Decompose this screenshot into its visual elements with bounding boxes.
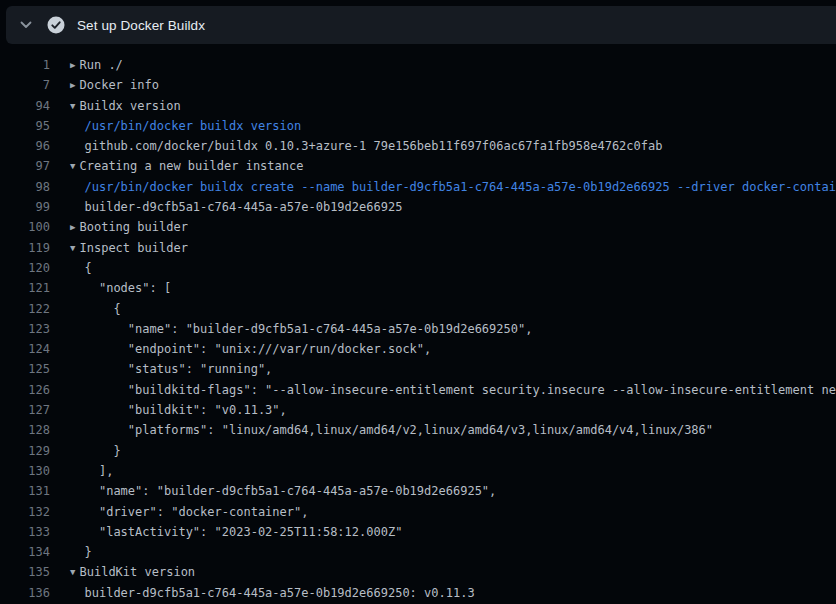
- group-expanded-icon[interactable]: ▼: [70, 562, 80, 582]
- group-collapsed-icon[interactable]: ▶: [70, 217, 80, 237]
- check-circle-icon: [47, 16, 65, 34]
- line-number[interactable]: 124: [0, 339, 50, 359]
- group-title[interactable]: Booting builder: [80, 220, 188, 234]
- line-number[interactable]: 99: [0, 197, 50, 217]
- group-collapsed-icon[interactable]: ▶: [70, 75, 80, 95]
- log-line[interactable]: 119▼Inspect builder: [0, 238, 836, 258]
- output-text: "status": "running",: [70, 362, 272, 376]
- command-text: /usr/bin/docker buildx create --name bui…: [70, 180, 836, 194]
- line-number[interactable]: 123: [0, 319, 50, 339]
- line-number[interactable]: 127: [0, 400, 50, 420]
- line-number[interactable]: 122: [0, 299, 50, 319]
- output-text: builder-d9cfb5a1-c764-445a-a57e-0b19d2e6…: [70, 200, 402, 214]
- log-line: 128 "platforms": "linux/amd64,linux/amd6…: [0, 420, 836, 440]
- log-line: 123 "name": "builder-d9cfb5a1-c764-445a-…: [0, 319, 836, 339]
- output-text: github.com/docker/buildx 0.10.3+azure-1 …: [70, 139, 662, 153]
- step-title: Set up Docker Buildx: [77, 18, 205, 33]
- group-expanded-icon[interactable]: ▼: [70, 156, 80, 176]
- step-header[interactable]: Set up Docker Buildx: [6, 6, 836, 44]
- line-number[interactable]: 97: [0, 156, 50, 176]
- log-line: 122 {: [0, 299, 836, 319]
- line-number[interactable]: 98: [0, 177, 50, 197]
- output-text: {: [70, 302, 121, 316]
- group-expanded-icon[interactable]: ▼: [70, 238, 80, 258]
- log-line: 121 "nodes": [: [0, 278, 836, 298]
- line-number[interactable]: 1: [0, 55, 50, 75]
- log-line[interactable]: 135▼BuildKit version: [0, 562, 836, 582]
- log-line: 125 "status": "running",: [0, 359, 836, 379]
- log-line: 124 "endpoint": "unix:///var/run/docker.…: [0, 339, 836, 359]
- output-text: "endpoint": "unix:///var/run/docker.sock…: [70, 342, 431, 356]
- group-title[interactable]: Docker info: [80, 78, 159, 92]
- line-number[interactable]: 96: [0, 136, 50, 156]
- line-number[interactable]: 130: [0, 461, 50, 481]
- log-line: 129 }: [0, 441, 836, 461]
- log-line: 132 "driver": "docker-container",: [0, 502, 836, 522]
- line-number[interactable]: 100: [0, 217, 50, 237]
- log-line: 96github.com/docker/buildx 0.10.3+azure-…: [0, 136, 836, 156]
- log-line: 130 ],: [0, 461, 836, 481]
- line-number[interactable]: 131: [0, 481, 50, 501]
- line-number[interactable]: 125: [0, 359, 50, 379]
- line-number[interactable]: 94: [0, 96, 50, 116]
- output-text: "nodes": [: [70, 281, 171, 295]
- output-text: builder-d9cfb5a1-c764-445a-a57e-0b19d2e6…: [70, 586, 475, 600]
- output-text: }: [70, 545, 92, 559]
- log-line[interactable]: 97▼Creating a new builder instance: [0, 156, 836, 176]
- command-text: /usr/bin/docker buildx version: [70, 119, 301, 133]
- log-line: 120{: [0, 258, 836, 278]
- output-text: "buildkitd-flags": "--allow-insecure-ent…: [70, 383, 836, 397]
- log-line[interactable]: 1▶Run ./: [0, 55, 836, 75]
- line-number[interactable]: 133: [0, 522, 50, 542]
- line-number[interactable]: 120: [0, 258, 50, 278]
- log-line: 131 "name": "builder-d9cfb5a1-c764-445a-…: [0, 481, 836, 501]
- line-number[interactable]: 119: [0, 238, 50, 258]
- line-number[interactable]: 121: [0, 278, 50, 298]
- output-text: }: [70, 444, 121, 458]
- output-text: "platforms": "linux/amd64,linux/amd64/v2…: [70, 423, 713, 437]
- line-number[interactable]: 129: [0, 441, 50, 461]
- group-title[interactable]: Run ./: [80, 58, 123, 72]
- log-line: 99builder-d9cfb5a1-c764-445a-a57e-0b19d2…: [0, 197, 836, 217]
- log-line[interactable]: 7▶Docker info: [0, 75, 836, 95]
- group-collapsed-icon[interactable]: ▶: [70, 55, 80, 75]
- line-number[interactable]: 7: [0, 75, 50, 95]
- output-text: "driver": "docker-container",: [70, 505, 308, 519]
- log-viewer[interactable]: 1▶Run ./7▶Docker info94▼Buildx version95…: [0, 44, 836, 604]
- line-number[interactable]: 132: [0, 502, 50, 522]
- line-number[interactable]: 136: [0, 583, 50, 603]
- log-line: 134}: [0, 542, 836, 562]
- group-title[interactable]: Creating a new builder instance: [80, 159, 304, 173]
- group-title[interactable]: Inspect builder: [80, 241, 188, 255]
- output-text: "lastActivity": "2023-02-25T11:58:12.000…: [70, 525, 402, 539]
- log-line: 126 "buildkitd-flags": "--allow-insecure…: [0, 380, 836, 400]
- log-line: 127 "buildkit": "v0.11.3",: [0, 400, 836, 420]
- line-number[interactable]: 128: [0, 420, 50, 440]
- log-line: 136builder-d9cfb5a1-c764-445a-a57e-0b19d…: [0, 583, 836, 603]
- group-expanded-icon[interactable]: ▼: [70, 96, 80, 116]
- log-line[interactable]: 100▶Booting builder: [0, 217, 836, 237]
- output-text: "name": "builder-d9cfb5a1-c764-445a-a57e…: [70, 322, 532, 336]
- log-lines: 1▶Run ./7▶Docker info94▼Buildx version95…: [0, 55, 836, 603]
- log-line: 98/usr/bin/docker buildx create --name b…: [0, 177, 836, 197]
- log-line[interactable]: 94▼Buildx version: [0, 96, 836, 116]
- chevron-down-icon[interactable]: [18, 17, 34, 33]
- output-text: ],: [70, 464, 113, 478]
- line-number[interactable]: 126: [0, 380, 50, 400]
- group-title[interactable]: Buildx version: [80, 99, 181, 113]
- line-number[interactable]: 95: [0, 116, 50, 136]
- group-title[interactable]: BuildKit version: [80, 565, 196, 579]
- output-text: "buildkit": "v0.11.3",: [70, 403, 287, 417]
- output-text: "name": "builder-d9cfb5a1-c764-445a-a57e…: [70, 484, 496, 498]
- log-line: 95/usr/bin/docker buildx version: [0, 116, 836, 136]
- line-number[interactable]: 135: [0, 562, 50, 582]
- log-line: 133 "lastActivity": "2023-02-25T11:58:12…: [0, 522, 836, 542]
- line-number[interactable]: 134: [0, 542, 50, 562]
- output-text: {: [70, 261, 92, 275]
